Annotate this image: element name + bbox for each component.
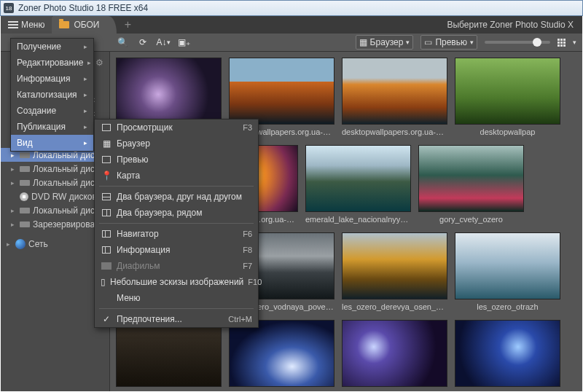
thumbnail-image xyxy=(116,320,222,387)
thumbnail-image xyxy=(342,58,447,125)
thumbnail-image xyxy=(116,58,222,125)
drive-icon xyxy=(20,166,30,172)
title-bar: 18 Zoner Photo Studio 18 FREE x64 xyxy=(0,0,583,16)
tab-label: ОБОИ xyxy=(74,20,99,30)
thumbnail[interactable]: desktopwallpapers.org.ua-5367... xyxy=(342,58,447,141)
sidebyside-icon xyxy=(102,209,111,216)
small-thumbs-icon: ▯ xyxy=(101,277,106,287)
window-title: Zoner Photo Studio 18 FREE x64 xyxy=(18,3,148,13)
refresh-icon[interactable]: ⟳ xyxy=(136,36,149,49)
submenu-item-information[interactable]: ИнформацияF8 xyxy=(95,242,258,258)
tree-item-network[interactable]: ▸Сеть xyxy=(1,237,109,251)
thumbnail-label: les_ozero_derevya_osen_nacion... xyxy=(342,302,447,315)
thumbnail[interactable]: desktopwallpap xyxy=(455,58,560,141)
menu-item-creation[interactable]: Создание▸ xyxy=(11,103,93,119)
sort-icon[interactable]: A↓▾ xyxy=(157,36,170,49)
submenu-item-filmstrip: ДиафильмF7 xyxy=(95,258,258,274)
viewer-icon xyxy=(102,124,111,131)
thumbnail-image xyxy=(455,232,560,299)
thumbnail[interactable] xyxy=(342,320,447,387)
thumbnail[interactable] xyxy=(229,320,334,387)
thumbnail-image xyxy=(342,232,447,299)
menu-separator xyxy=(99,186,254,187)
chevron-down-icon: ▾ xyxy=(470,39,474,46)
tree-item-dvd[interactable]: DVD RW дисков xyxy=(1,189,109,203)
chevron-down-icon: ▾ xyxy=(406,39,410,46)
submenu-item-preferences[interactable]: ✓Предпочтения...Ctrl+M xyxy=(95,311,258,327)
thumb-size-slider[interactable] xyxy=(485,41,550,44)
drive-icon xyxy=(20,208,30,213)
submenu-item-two-browsers-stacked[interactable]: Два браузера, друг над другом xyxy=(95,189,258,205)
thumbnail-label: desktopwallpapers.org.ua-5367... xyxy=(342,128,447,141)
drive-icon xyxy=(20,222,30,227)
add-folder-icon[interactable]: ▣₊ xyxy=(177,36,190,49)
menu-separator xyxy=(99,308,254,309)
drive-icon xyxy=(20,152,30,158)
browser-icon: ▦ xyxy=(103,138,111,149)
thumbnail[interactable]: les_ozero_otrazh xyxy=(455,232,560,315)
submenu-item-map[interactable]: 📍Карта xyxy=(95,168,258,184)
menu-item-information[interactable]: Информация▸ xyxy=(11,71,93,87)
submenu-item-viewer[interactable]: ПросмотрщикF3 xyxy=(95,119,258,136)
menu-item-view[interactable]: Вид▸ xyxy=(11,135,93,151)
tab-oboi[interactable]: ОБОИ xyxy=(52,16,117,34)
stacked-icon xyxy=(102,193,111,200)
navigator-icon xyxy=(102,230,111,238)
thumbnail-image xyxy=(455,58,560,125)
main-menu-button[interactable]: Меню xyxy=(1,16,52,34)
preview-icon xyxy=(102,156,111,163)
view-browser-dropdown[interactable]: ▦ Браузер ▾ xyxy=(356,35,414,50)
checkmark-icon: ✓ xyxy=(103,314,110,324)
thumbnail[interactable]: gory_cvety_ozero xyxy=(418,145,524,228)
tree-item-drive[interactable]: ▸Локальный дис xyxy=(1,203,109,217)
menu-item-editing[interactable]: Редактирование▸ xyxy=(11,55,93,71)
thumbnail[interactable] xyxy=(455,320,560,387)
submenu-item-navigator[interactable]: НавигаторF6 xyxy=(95,226,258,242)
hamburger-icon xyxy=(8,21,18,28)
menu-item-cataloging[interactable]: Каталогизация▸ xyxy=(11,87,93,103)
thumbnail-image xyxy=(305,145,411,212)
drive-icon xyxy=(20,180,30,186)
menu-item-publishing[interactable]: Публикация▸ xyxy=(11,119,93,135)
add-tab-button[interactable]: + xyxy=(117,16,138,34)
network-icon xyxy=(15,239,26,249)
info-panel-icon xyxy=(102,246,111,254)
tree-item-drive[interactable]: ▸Зарезервирова xyxy=(1,217,109,231)
main-menu: Получение▸ Редактирование▸ Информация▸ К… xyxy=(10,38,94,152)
submenu-item-small-thumbs[interactable]: ▯Небольшие эскизы изображенийF10 xyxy=(95,274,258,290)
browser-grid-icon: ▦ xyxy=(359,37,367,47)
submenu-item-menu[interactable]: Меню xyxy=(95,290,258,306)
submenu-item-browser[interactable]: ▦Браузер xyxy=(95,136,258,152)
view-preview-label: Превью xyxy=(435,37,467,47)
menu-item-acquisition[interactable]: Получение▸ xyxy=(11,39,93,55)
submenu-item-two-browsers-side[interactable]: Два браузера, рядом xyxy=(95,205,258,221)
chevron-down-icon[interactable]: ▾ xyxy=(573,39,576,46)
slider-thumb[interactable] xyxy=(533,38,541,47)
map-pin-icon: 📍 xyxy=(101,170,112,181)
thumbnail-image xyxy=(229,320,334,387)
app-logo-icon: 18 xyxy=(4,3,14,13)
filmstrip-icon xyxy=(101,262,111,270)
view-browser-label: Браузер xyxy=(370,37,404,47)
view-preview-dropdown[interactable]: ▭ Превью ▾ xyxy=(420,35,477,50)
grid-view-icon[interactable] xyxy=(557,39,566,47)
tab-bar: Меню ОБОИ + Выберите Zoner Photo Studio … xyxy=(1,16,582,34)
submenu-item-preview[interactable]: Превью xyxy=(95,152,258,168)
menu-separator xyxy=(99,223,254,224)
thumbnail-image xyxy=(455,320,560,387)
thumbnail-image xyxy=(342,320,447,387)
gear-icon[interactable]: ⚙ xyxy=(95,58,103,68)
preview-icon: ▭ xyxy=(424,37,432,47)
promo-link[interactable]: Выберите Zoner Photo Studio X xyxy=(438,16,582,34)
thumbnail-label: desktopwallpap xyxy=(455,128,560,141)
thumbnail-image xyxy=(418,145,524,212)
thumbnail[interactable]: les_ozero_derevya_osen_nacion... xyxy=(342,232,447,315)
thumbnail[interactable]: emerald_lake_nacionalnyy_park... xyxy=(305,145,411,228)
search-icon[interactable]: 🔍 xyxy=(116,36,129,49)
thumbnail-label: gory_cvety_ozero xyxy=(418,215,524,228)
tree-item-drive[interactable]: ▸Локальный дис xyxy=(1,176,109,189)
thumbnail[interactable] xyxy=(116,320,222,387)
menu-label: Меню xyxy=(21,20,44,30)
dvd-icon xyxy=(20,192,28,201)
tree-item-drive[interactable]: ▸Локальный дис xyxy=(1,162,109,176)
